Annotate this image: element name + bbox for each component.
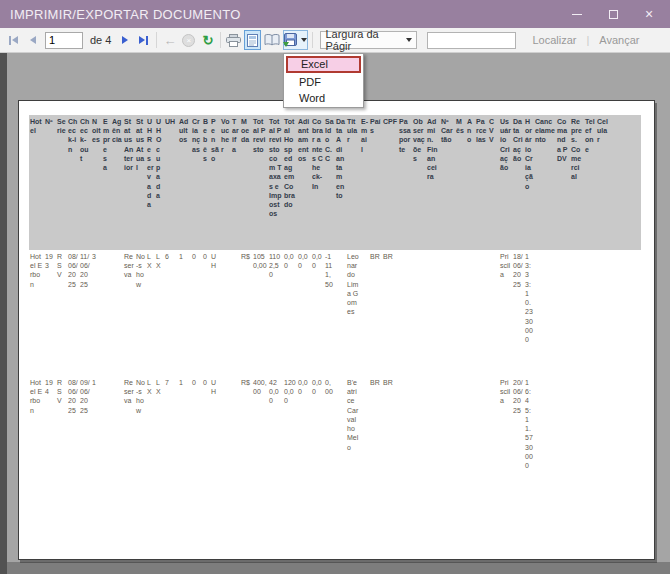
column-header: Comanda PDV <box>556 115 570 250</box>
next-page-button[interactable] <box>116 30 133 50</box>
table-cell: BR <box>382 250 398 376</box>
column-header: Moeda <box>240 115 252 250</box>
table-cell: RSV <box>56 376 67 498</box>
table-cell <box>360 376 369 498</box>
menu-item-pdf[interactable]: PDF <box>284 74 363 90</box>
menu-item-excel[interactable]: Excel <box>286 56 361 73</box>
next-page-icon <box>122 36 128 44</box>
column-header: Status Atual <box>135 115 146 250</box>
back-button[interactable]: ← <box>161 30 178 50</box>
report-table: HotelNºSerieCheck-inCheck-outNoitesEmpre… <box>29 115 641 498</box>
table-cell: Priscila <box>499 250 512 376</box>
table-cell <box>426 250 440 376</box>
table-cell: Hotel Erbon <box>29 250 44 376</box>
column-header: Total Previsto <box>252 115 268 250</box>
table-cell: 0,00 <box>297 376 311 498</box>
column-header: Crianças <box>191 115 202 250</box>
column-header: E-mail <box>360 115 369 250</box>
table-cell <box>596 376 609 498</box>
table-cell <box>398 376 412 498</box>
table-cell: 0 <box>191 376 202 498</box>
column-header: Nº <box>44 115 56 250</box>
table-cell: 13:33:10.2330000 <box>524 250 534 376</box>
table-cell <box>556 376 570 498</box>
separator <box>220 32 221 48</box>
first-page-button[interactable] <box>5 30 22 50</box>
table-cell: No-show <box>135 376 146 498</box>
table-cell: LX <box>155 250 164 376</box>
minimize-button[interactable] <box>570 7 584 21</box>
table-cell <box>111 250 123 376</box>
stop-button[interactable]: × <box>180 30 197 50</box>
column-header: Total Previsto com Taxas e Impostos <box>268 115 283 250</box>
table-cell <box>335 250 346 376</box>
print-button[interactable] <box>225 30 242 50</box>
table-cell <box>584 250 596 376</box>
print-layout-icon <box>247 34 258 47</box>
previous-page-button[interactable] <box>24 30 41 50</box>
window-title: IMPRIMIR/EXPORTAR DOCUMENTO <box>10 7 241 22</box>
table-cell: Hotel Erbon <box>29 376 44 498</box>
table-cell <box>570 376 584 498</box>
table-cell: LX <box>146 250 155 376</box>
zoom-select-value: Largura da Págir <box>325 28 403 52</box>
viewport-bottom-edge <box>7 562 670 574</box>
table-cell <box>412 376 426 498</box>
table-cell: 193 <box>44 250 56 376</box>
column-header: Mês <box>455 115 466 250</box>
column-header: Cobrar antes Check-In <box>311 115 324 250</box>
menu-item-word[interactable]: Word <box>284 90 363 106</box>
column-header: Hotel <box>29 115 44 250</box>
table-cell: RSV <box>56 250 67 376</box>
table-cell <box>466 376 475 498</box>
column-header: Serie <box>56 115 67 250</box>
report-viewport: HotelNºSerieCheck-inCheck-outNoitesEmpre… <box>0 53 670 574</box>
find-button[interactable]: Localizar <box>532 34 576 46</box>
table-cell: 09/06/2025 <box>79 376 91 498</box>
export-button[interactable] <box>283 30 308 50</box>
column-header: Voucher <box>220 115 231 250</box>
table-cell: 1200,00 <box>283 376 297 498</box>
column-header: Tarifa <box>231 115 240 250</box>
column-header: Data Criação <box>512 115 524 250</box>
search-input[interactable] <box>427 32 516 49</box>
column-header: Nº Cartão <box>440 115 455 250</box>
separator <box>156 32 157 48</box>
column-header: Passaporte <box>398 115 412 250</box>
table-cell <box>335 376 346 498</box>
table-cell: R$ <box>240 376 252 498</box>
refresh-button[interactable]: ↻ <box>199 30 216 50</box>
column-header: Usuário Criação <box>499 115 512 250</box>
print-layout-button[interactable] <box>244 30 261 50</box>
table-cell <box>609 376 641 498</box>
minimize-icon <box>572 14 582 15</box>
table-cell: UH <box>210 376 220 498</box>
printer-icon <box>226 34 241 47</box>
table-cell: 1050,00 <box>252 250 268 376</box>
table-cell: 194 <box>44 376 56 498</box>
table-cell: 1102,50 <box>268 250 283 376</box>
table-cell: 0 <box>202 250 210 376</box>
table-cell <box>556 250 570 376</box>
find-next-button[interactable]: Avançar <box>599 34 639 46</box>
last-page-button[interactable] <box>135 30 152 50</box>
table-cell: R$ <box>240 250 252 376</box>
zoom-select[interactable]: Largura da Págir <box>320 31 417 49</box>
column-header: Titular <box>346 115 360 250</box>
page-number-input[interactable] <box>45 32 83 49</box>
page-setup-button[interactable] <box>263 30 281 50</box>
table-cell: 0,00 <box>297 250 311 376</box>
table-cell: BR <box>369 376 382 498</box>
table-cell: 420,00 <box>268 376 283 498</box>
table-cell: BR <box>369 250 382 376</box>
table-row: Hotel Erbon194RSV08/06/202509/06/20251Re… <box>29 376 641 498</box>
maximize-button[interactable] <box>606 7 620 21</box>
table-cell <box>102 376 111 498</box>
table-cell: 0,00 <box>311 376 324 498</box>
close-button[interactable]: × <box>642 7 656 21</box>
table-cell: Reserva <box>123 250 135 376</box>
table-cell <box>231 376 240 498</box>
table-cell <box>412 250 426 376</box>
table-cell <box>220 376 231 498</box>
previous-page-icon <box>30 36 36 44</box>
